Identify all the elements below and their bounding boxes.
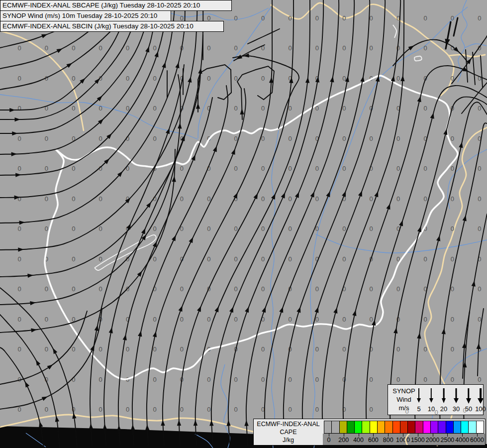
cape-legend-title: ECMWF-INDEX-ANAL CAPE J/kg <box>254 419 323 445</box>
down-arrow-head-icon <box>442 398 446 403</box>
cape-color-cell <box>332 421 339 433</box>
down-arrow-head-icon <box>466 398 471 404</box>
cape-grid-value: 0 <box>342 135 346 142</box>
cape-grid-value: 0 <box>72 165 75 172</box>
cape-grid-value: 0 <box>423 255 427 263</box>
cape-grid-value: 0 <box>180 195 184 203</box>
cape-grid-value: 0 <box>423 44 427 52</box>
cape-scale-value: 6000 <box>466 437 485 444</box>
down-arrow-icon <box>418 388 419 399</box>
cape-grid-value: 0 <box>315 165 319 172</box>
cape-grid-value: 0 <box>261 14 265 22</box>
cape-grid-value: 0 <box>423 316 427 323</box>
cape-grid-value: 0 <box>207 44 210 52</box>
cape-grid-value: 0 <box>72 255 75 263</box>
cape-grid-value: 0 <box>315 345 319 353</box>
down-arrow-icon <box>431 388 432 399</box>
cape-grid-value: 0 <box>153 105 156 112</box>
cape-grid-value: 0 <box>180 316 184 323</box>
cape-grid-value: 0 <box>153 376 156 383</box>
cape-grid-value: 0 <box>207 255 210 263</box>
cape-color-cell <box>324 421 332 433</box>
cape-grid-value: 0 <box>45 345 48 353</box>
cape-grid-value: 0 <box>370 225 373 232</box>
cape-grid-value: 0 <box>261 285 265 293</box>
cape-grid-value: 0 <box>396 195 400 203</box>
cape-grid-value: 0 <box>396 75 400 82</box>
down-arrow-head-icon <box>454 398 459 403</box>
cape-grid-value: 0 <box>234 225 238 232</box>
cape-grid-value: 0 <box>99 105 102 112</box>
cape-color-cell <box>378 421 385 433</box>
cape-grid-value: 0 <box>370 285 373 293</box>
cape-grid-value: 0 <box>315 406 319 413</box>
cape-grid-value: 0 <box>153 225 156 232</box>
cape-grid-value: 0 <box>126 44 129 52</box>
cape-grid-value: 0 <box>207 406 210 413</box>
cape-legend: ECMWF-INDEX-ANAL CAPE J/kg 0200400600800… <box>253 419 486 446</box>
cape-grid-value: 0 <box>451 225 454 232</box>
cape-legend-title-line: CAPE <box>254 428 323 436</box>
cape-grid-value: 0 <box>315 376 319 383</box>
cape-color-cell <box>355 421 362 433</box>
cape-grid-value: 0 <box>99 195 102 203</box>
cape-grid-value: 0 <box>423 345 427 353</box>
cape-grid-value: 0 <box>99 135 102 142</box>
cape-grid-value: 0 <box>451 135 454 142</box>
cape-grid-value: 0 <box>234 75 238 82</box>
cape-grid-value: 0 <box>45 285 48 293</box>
cape-grid-value: 0 <box>451 165 454 172</box>
cape-grid-value: 0 <box>261 105 265 112</box>
cape-grid-value: 0 <box>234 376 238 383</box>
down-arrow-icon <box>443 388 445 399</box>
cape-grid-value: 0 <box>478 285 481 293</box>
cape-grid-value: 0 <box>261 195 265 203</box>
cape-grid-value: 0 <box>153 135 156 142</box>
cape-grid-value: 0 <box>370 376 373 383</box>
cape-color-cell <box>461 421 469 433</box>
cape-grid-value: 0 <box>234 285 238 293</box>
cape-grid-value: 0 <box>45 195 48 203</box>
cape-grid-value: 0 <box>17 285 21 293</box>
cape-grid-value: 0 <box>423 376 427 383</box>
cape-grid-value: 0 <box>153 255 156 263</box>
cape-grid-value: 0 <box>342 345 346 353</box>
cape-grid-value: 0 <box>153 345 156 353</box>
cape-grid-value: 0 <box>17 44 21 52</box>
cape-grid-value: 0 <box>72 75 75 82</box>
cape-grid-value: 0 <box>315 195 319 203</box>
cape-color-cell <box>347 421 355 433</box>
cape-grid-value: 0 <box>72 345 75 353</box>
cape-color-cell <box>446 421 454 433</box>
cape-grid-value: 0 <box>234 165 238 172</box>
cape-grid-value: 0 <box>153 44 156 52</box>
cape-grid-value: 0 <box>99 345 102 353</box>
cape-grid-value: 0 <box>261 376 265 383</box>
cape-grid-value: 0 <box>153 316 156 323</box>
cape-grid-value: 0 <box>234 14 238 22</box>
cape-grid-value: 0 <box>126 345 129 353</box>
cape-grid-value: 0 <box>207 195 210 203</box>
cape-grid-value: 0 <box>261 225 265 232</box>
cape-grid-value: 0 <box>234 406 238 413</box>
cape-grid-value: 0 <box>17 165 21 172</box>
cape-grid-value: 0 <box>45 165 48 172</box>
cape-grid-value: 0 <box>153 406 156 413</box>
cape-grid-value: 0 <box>17 135 21 142</box>
cape-grid-value: 0 <box>45 406 48 413</box>
cape-color-cell <box>400 421 408 433</box>
cape-grid-value: 0 <box>342 44 346 52</box>
map-header: ECMWF-INDEX-ANAL SBCAPE (J/kg) Tuesday 2… <box>0 0 232 32</box>
cape-grid-value: 0 <box>451 316 454 323</box>
cape-grid-value: 0 <box>370 195 373 203</box>
cape-grid-value: 0 <box>72 285 75 293</box>
cape-grid-value: 0 <box>17 75 21 82</box>
cape-grid-value: 0 <box>99 285 102 293</box>
cape-color-cell <box>370 421 378 433</box>
cape-grid-value: 0 <box>207 225 210 232</box>
cape-color-cell <box>415 421 423 433</box>
cape-grid-value: 0 <box>180 345 184 353</box>
cape-grid-value: 0 <box>370 44 373 52</box>
cape-grid-value: 0 <box>207 376 210 383</box>
cape-grid-value: 0 <box>288 165 292 172</box>
